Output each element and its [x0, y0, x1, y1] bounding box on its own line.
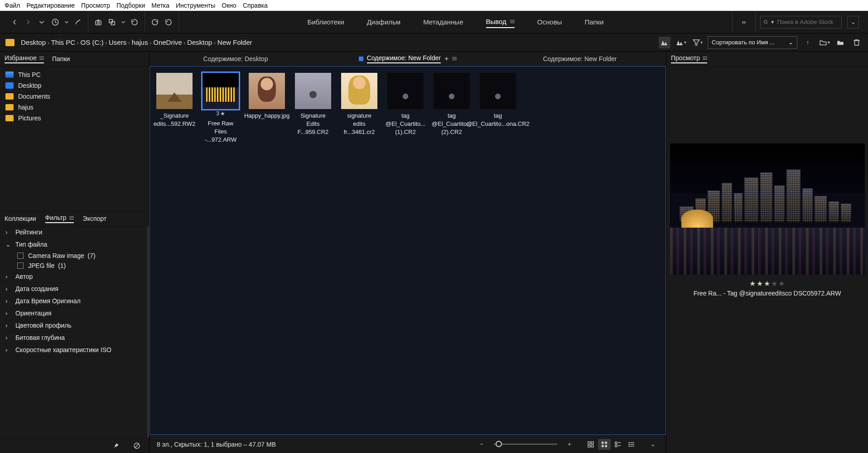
- breadcrumb-item[interactable]: Desktop: [187, 38, 212, 46]
- menu-item[interactable]: Просмотр: [81, 2, 110, 9]
- filter-orientation[interactable]: ›Ориентация: [0, 307, 147, 319]
- open-folder-icon[interactable]: [834, 37, 846, 48]
- favorite-item[interactable]: Documents: [0, 91, 149, 102]
- menu-icon[interactable]: [69, 216, 74, 219]
- boomerang-icon[interactable]: [72, 17, 83, 28]
- search-input[interactable]: [777, 19, 839, 25]
- thumbnail-item[interactable]: Signature Edits F...959.CR2: [295, 73, 331, 144]
- zoom-slider[interactable]: [494, 443, 557, 445]
- tab-export[interactable]: Экспорт: [83, 215, 107, 222]
- thumbnail-item[interactable]: tag @El_Cuartito... (1).CR2: [387, 73, 424, 144]
- chevron-down-icon[interactable]: [63, 17, 70, 28]
- add-tab-icon[interactable]: +: [444, 55, 448, 63]
- tab-folders[interactable]: Папки: [584, 16, 603, 28]
- checkbox-icon[interactable]: [17, 262, 24, 269]
- thumbnail-item[interactable]: signature edits fr...3461.cr2: [341, 73, 377, 144]
- tab-preview[interactable]: Просмотр: [671, 54, 707, 63]
- thumbnail-item[interactable]: 3 ★ Free Raw Files -...972.ARW: [203, 73, 239, 144]
- forward-icon[interactable]: [23, 17, 34, 28]
- histogram-icon[interactable]: [659, 37, 670, 48]
- new-folder-icon[interactable]: ▾: [818, 37, 830, 48]
- filter-author[interactable]: ›Автор: [0, 271, 147, 283]
- filter-filetype[interactable]: ⌄Тип файла: [0, 238, 147, 251]
- menu-icon[interactable]: [510, 20, 515, 23]
- thumbnail-image[interactable]: [295, 73, 331, 109]
- cancel-icon[interactable]: [131, 440, 143, 452]
- checkbox-icon[interactable]: [17, 253, 24, 259]
- content-tab-newfolder2[interactable]: Содержимое: New Folder: [494, 52, 666, 66]
- rotate-cw-icon[interactable]: [163, 17, 174, 28]
- favorite-item[interactable]: Pictures: [0, 113, 149, 124]
- histogram-alt-icon[interactable]: ▾: [675, 37, 687, 48]
- chevron-down-icon[interactable]: [36, 17, 47, 28]
- chevron-down-icon[interactable]: [120, 17, 126, 28]
- pin-icon[interactable]: [110, 440, 122, 452]
- filter-icon[interactable]: ▾: [691, 37, 703, 48]
- rotate-icon[interactable]: [129, 17, 140, 28]
- thumbnail-image[interactable]: [249, 73, 285, 109]
- tab-essentials[interactable]: Основы: [537, 16, 562, 28]
- breadcrumb-item[interactable]: hajus: [132, 38, 148, 46]
- thumbnail-item[interactable]: tag @El_Cuartito... (2).CR2: [434, 73, 470, 144]
- menu-icon[interactable]: [703, 57, 707, 60]
- filter-filetype-item[interactable]: Camera Raw image (7): [0, 251, 147, 261]
- breadcrumb-item[interactable]: OS (C:): [81, 38, 104, 46]
- thumbnail-item[interactable]: _Signature edits...592.RW2: [156, 73, 193, 144]
- menu-icon[interactable]: [452, 57, 457, 60]
- rotate-ccw-icon[interactable]: [149, 17, 160, 28]
- menu-item[interactable]: Редактирование: [26, 2, 75, 9]
- filter-date-created[interactable]: ›Дата создания: [0, 283, 147, 295]
- expand-icon[interactable]: ››: [737, 15, 751, 29]
- view-thumb-icon[interactable]: [598, 439, 611, 450]
- view-grid-icon[interactable]: [584, 439, 597, 450]
- favorite-item[interactable]: Desktop: [0, 80, 149, 91]
- menu-item[interactable]: Инструменты: [176, 2, 215, 9]
- chevron-down-icon[interactable]: ⌄: [647, 439, 659, 450]
- zoom-in-icon[interactable]: +: [564, 439, 575, 450]
- breadcrumb-item[interactable]: OneDrive: [153, 38, 182, 46]
- filter-filetype-item[interactable]: JPEG file (1): [0, 261, 147, 271]
- search-box[interactable]: ▾: [760, 16, 842, 29]
- thumbnail-item[interactable]: tag @El_Cuartito...ona.CR2: [480, 73, 516, 144]
- breadcrumb-item[interactable]: Users: [109, 38, 126, 46]
- favorite-item[interactable]: hajus: [0, 102, 149, 113]
- history-icon[interactable]: [50, 17, 61, 28]
- tab-collections[interactable]: Коллекции: [5, 215, 36, 222]
- menu-item[interactable]: Подборки: [116, 2, 145, 9]
- preview-rating[interactable]: ★★★★★: [749, 279, 786, 288]
- view-list-icon[interactable]: [625, 439, 638, 450]
- filter-date-original[interactable]: ›Дата Время Оригинал: [0, 295, 147, 307]
- sort-select[interactable]: Сортировать по Имя ...⌄: [708, 36, 797, 49]
- menu-item[interactable]: Файл: [5, 2, 20, 9]
- breadcrumb-item[interactable]: This PC: [51, 38, 75, 46]
- filter-color-profile[interactable]: ›Цветовой профиль: [0, 319, 147, 332]
- thumbnail-image[interactable]: [156, 73, 193, 109]
- tab-filmstrip[interactable]: Диафильм: [367, 16, 400, 28]
- favorite-item[interactable]: This PC: [0, 69, 149, 80]
- filter-ratings[interactable]: ›Рейтинги: [0, 226, 147, 238]
- filter-iso[interactable]: ›Скоростные характеристики ISO: [0, 344, 147, 356]
- sort-asc-icon[interactable]: ↑: [802, 37, 814, 48]
- menu-icon[interactable]: [39, 57, 44, 60]
- menu-item[interactable]: Справка: [243, 2, 268, 9]
- tab-metadata[interactable]: Метаданные: [423, 16, 463, 28]
- thumbnail-image[interactable]: [434, 73, 470, 109]
- zoom-out-icon[interactable]: −: [476, 439, 487, 450]
- view-details-icon[interactable]: [612, 439, 624, 450]
- back-icon[interactable]: [9, 17, 20, 28]
- thumbnail-image[interactable]: [480, 73, 516, 109]
- batch-icon[interactable]: [106, 17, 117, 28]
- tab-filter[interactable]: Фильтр: [45, 214, 74, 223]
- tab-folders-left[interactable]: Папки: [52, 55, 70, 62]
- content-tab-desktop[interactable]: Содержимое: Desktop: [149, 52, 322, 66]
- tab-favorites[interactable]: Избранное: [5, 54, 44, 63]
- thumbnail-image[interactable]: [341, 73, 377, 109]
- menu-item[interactable]: Метка: [151, 2, 169, 9]
- search-dropdown[interactable]: ⌄: [847, 16, 859, 29]
- filter-bit-depth[interactable]: ›Битовая глубина: [0, 332, 147, 344]
- tab-libraries[interactable]: Библиотеки: [307, 16, 344, 28]
- camera-import-icon[interactable]: [93, 17, 104, 28]
- breadcrumb-item[interactable]: New Folder: [217, 38, 252, 46]
- thumbnail-item[interactable]: Happy_happy.jpg: [249, 73, 285, 144]
- tab-output[interactable]: Вывод: [486, 16, 515, 28]
